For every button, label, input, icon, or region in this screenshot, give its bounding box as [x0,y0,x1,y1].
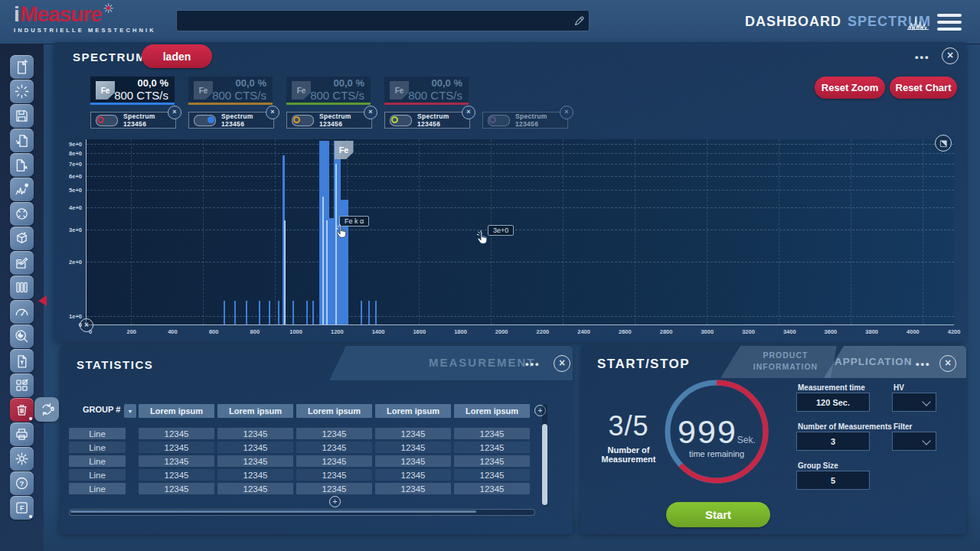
chip-toggle[interactable] [390,115,412,126]
row-label-cell[interactable]: Line [69,442,126,453]
sidebar-item-printer[interactable] [10,422,34,446]
sidebar-item-cube-3d[interactable] [10,227,34,250]
edit-pencil-icon[interactable] [569,15,589,27]
spectrum-bar-small [278,301,279,324]
element-card-3[interactable]: Fe 00,0 % 800 CTS/s [286,77,371,103]
load-button[interactable]: laden [142,44,212,68]
menu-hamburger-icon[interactable] [937,14,962,31]
sidebar-item-file-export[interactable] [10,153,34,177]
spectrum-chart[interactable]: × 9e+08e+07e+06e+05e+04e+03e+02e+01e+000… [86,139,954,325]
sidebar-item-help[interactable]: ? [10,471,34,495]
table-cell: 12345 [375,469,451,481]
table-horizontal-scrollbar[interactable] [69,509,535,516]
reset-chart-button[interactable]: Reset Chart [890,77,957,99]
element-card-2[interactable]: Fe 00,0 % 800 CTS/s [188,77,273,103]
column-header[interactable]: Lorem ipsum [454,404,530,418]
x-gridline [563,139,564,324]
measurement-time-input[interactable]: 120 Sec. [796,393,870,412]
file-import-icon [14,132,30,148]
spectrum-histogram-icon[interactable] [906,11,929,34]
sidebar-item-settings[interactable] [10,447,34,471]
card-underline [188,103,273,105]
table-cell: 12345 [296,469,372,481]
row-label-cell[interactable]: Line [69,469,126,481]
reset-zoom-button[interactable]: Reset Zoom [815,77,885,99]
spectrum-chip-4[interactable]: Spectrum 123456 × [384,112,470,129]
spectrum-menu-dots[interactable]: ••• [915,51,930,63]
sidebar-item-file-new[interactable] [10,55,34,79]
logo-text: Measure [19,5,102,24]
close-icon[interactable]: × [560,106,573,119]
card-underline [90,103,175,105]
sidebar-item-function-key[interactable]: F [10,496,34,520]
spectrum-chip-1[interactable]: Spectrum 123456 × [90,112,176,129]
sidebar-item-columns[interactable] [10,276,34,299]
row-label-cell[interactable]: Line [69,483,126,494]
edit-note-icon [14,255,30,271]
sidebar-item-trash[interactable] [10,398,34,422]
spectrum-chip-2[interactable]: Spectrum 123456 × [188,112,274,129]
table-vertical-scrollbar[interactable] [542,404,547,507]
y-tick-label: 6e+0 [69,173,82,180]
sidebar-item-target[interactable] [10,202,34,226]
dashboard-edit-icon [14,377,30,393]
h-scroll-thumb[interactable] [70,510,476,513]
sidebar-item-edit-note[interactable] [10,251,34,275]
start-button[interactable]: Start [666,502,770,527]
sidebar-toolbar: ?F [0,44,44,551]
row-label-cell[interactable]: Line [69,428,126,439]
chart-expand-icon[interactable] [935,135,952,152]
x-gridline [203,139,204,324]
chip-toggle[interactable] [292,115,314,126]
element-percent: 00,0 % [212,77,266,90]
table-cell: 12345 [454,483,530,494]
chip-toggle[interactable] [96,115,118,126]
v-scroll-thumb[interactable] [542,424,547,505]
element-percent: 00,0 % [310,77,364,90]
close-icon[interactable]: × [266,106,279,119]
close-icon[interactable]: × [364,106,377,119]
table-cell: 12345 [217,469,293,481]
element-card-4[interactable]: Fe 00,0 % 800 CTS/s [384,77,469,103]
statistics-close-icon[interactable]: × [554,355,570,372]
sidebar-item-file-import[interactable] [10,129,34,152]
element-card-1[interactable]: Fe 00,0 % 800 CTS/s [90,77,175,103]
sidebar-item-recycle-trash[interactable] [34,397,59,422]
spectrum-line-highlight [284,220,286,324]
sidebar-item-spectrum-acquire[interactable] [10,178,34,201]
column-header[interactable]: Lorem ipsum [139,404,214,418]
sidebar-item-save[interactable] [10,104,34,128]
hv-select[interactable] [892,393,936,412]
table-cell: 12345 [454,442,530,453]
filter-select[interactable] [892,432,936,451]
tab-product-information[interactable]: PRODUCT INFORMATION [720,346,837,378]
startstop-menu-dots[interactable]: ••• [916,358,931,370]
column-header[interactable]: Lorem ipsum [296,404,372,418]
group-size-input[interactable]: 5 [796,471,870,490]
spectrum-bar-small [346,301,348,324]
spectrum-chip-5[interactable]: Spectrum 123456 × [482,112,568,129]
sidebar-item-search-spectrum[interactable] [10,324,34,348]
file-new-icon [14,59,30,75]
sidebar-item-file-filter[interactable] [10,349,34,373]
sidebar-item-dashboard-edit[interactable] [10,373,34,397]
close-icon[interactable]: × [168,106,181,119]
add-row-button[interactable]: + [329,496,341,507]
chip-toggle[interactable] [194,115,216,126]
startstop-close-icon[interactable]: × [939,355,956,372]
sidebar-item-loading[interactable] [10,80,34,103]
x-tick-label: 1400 [372,328,385,335]
sidebar-item-gauge[interactable] [10,300,34,324]
column-header[interactable]: Lorem ipsum [217,404,293,418]
group-filter-button[interactable]: ▼ [124,404,136,418]
row-label-cell[interactable]: Line [69,455,126,467]
chip-toggle[interactable] [488,115,510,126]
toggle-knob [207,116,214,123]
num-measurements-input[interactable]: 3 [796,432,870,451]
spectrum-close-icon[interactable]: × [942,47,959,64]
close-icon[interactable]: × [462,106,475,119]
search-input[interactable] [177,15,569,26]
spectrum-chip-3[interactable]: Spectrum 123456 × [286,112,372,129]
column-header[interactable]: Lorem ipsum [375,404,451,418]
statistics-menu-dots[interactable]: ••• [525,358,541,370]
